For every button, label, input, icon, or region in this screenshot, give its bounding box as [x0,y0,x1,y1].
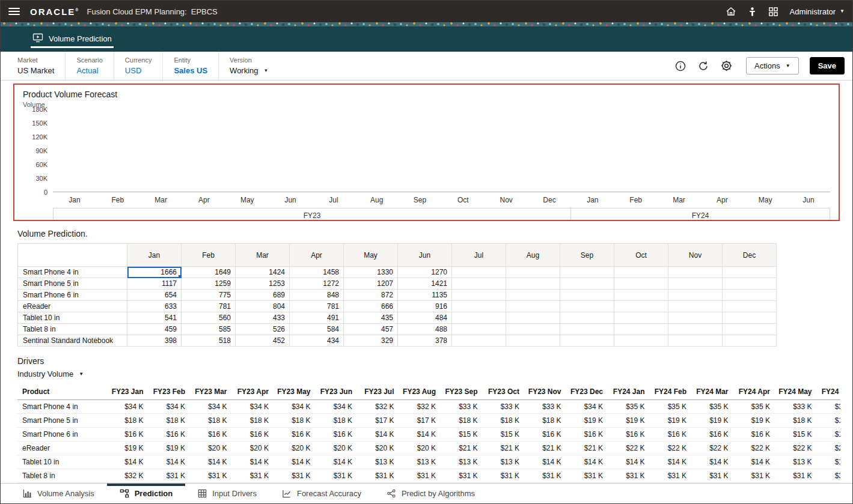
drv-cell[interactable]: $31 K [484,469,526,482]
drv-cell[interactable]: $19 K [108,441,150,455]
drv-cell[interactable]: $18 K [275,413,317,427]
drv-cell[interactable]: $31 K [609,469,651,482]
vp-cell[interactable]: 804 [236,301,290,312]
drv-cell[interactable]: $31 K [776,469,818,482]
pov-member-value[interactable]: USD [125,66,152,75]
bottom-tab-predict-by-algorithms[interactable]: Predict by Algorithms [374,484,488,503]
drv-cell[interactable]: $31 K [525,469,567,482]
drv-column-header-product[interactable]: Product [17,384,108,399]
vp-cell[interactable] [723,301,777,312]
actions-button[interactable]: Actions ▼ [746,57,799,74]
vp-cell[interactable]: 378 [398,335,452,347]
drv-cell[interactable]: $31 K [818,469,841,482]
drv-cell[interactable]: $19 K [692,413,735,427]
drv-cell[interactable]: $21 K [484,441,526,455]
drv-row-header-tablet-8-in[interactable]: Tablet 8 in [17,469,108,482]
drv-cell[interactable]: $33 K [525,399,567,413]
vp-cell[interactable] [723,335,777,347]
drv-cell[interactable]: $34 K [108,399,150,413]
drv-cell[interactable]: $19 K [609,413,651,427]
vp-cell[interactable]: 1424 [236,267,290,278]
drv-cell[interactable]: $14 K [108,455,150,469]
vp-cell[interactable]: 584 [290,324,344,335]
drv-column-header-fy23-jul[interactable]: FY23 Jul [358,384,400,399]
drv-cell[interactable]: $16 K [275,427,317,441]
accessibility-person-icon[interactable] [748,7,757,17]
vp-cell[interactable]: 459 [127,324,182,335]
pov-member-value[interactable]: US Market [17,66,54,75]
bottom-tab-forecast-accuracy[interactable]: Forecast Accuracy [269,484,374,503]
vp-cell[interactable] [614,278,668,290]
drv-cell[interactable]: $18 K [776,413,818,427]
vp-cell[interactable] [614,267,668,278]
vp-cell[interactable] [452,312,506,324]
drv-cell[interactable]: $19 K [150,441,192,455]
vp-row-header-tablet-10-in[interactable]: Tablet 10 in [18,312,127,324]
vp-cell[interactable] [614,290,668,301]
drv-cell[interactable]: $19 K [651,413,693,427]
drv-column-header-fy23-apr[interactable]: FY23 Apr [233,384,275,399]
drv-cell[interactable]: $32 K [400,399,442,413]
drv-cell[interactable]: $20 K [400,441,442,455]
drv-cell[interactable]: $34 K [567,399,610,413]
drv-column-header-fy23-nov[interactable]: FY23 Nov [525,384,567,399]
vp-cell[interactable] [560,324,614,335]
vp-cell[interactable] [614,324,668,335]
vp-row-header-smart-phone-5-in[interactable]: Smart Phone 5 in [18,278,127,290]
drv-cell[interactable]: $21 K [525,441,567,455]
drv-cell[interactable]: $15 K [818,427,841,441]
vp-row-header-smart-phone-4-in[interactable]: Smart Phone 4 in [18,267,127,278]
vp-column-header-apr[interactable]: Apr [290,244,344,267]
user-menu[interactable]: Administrator ▼ [790,7,845,16]
drv-cell[interactable]: $33 K [484,399,526,413]
vp-cell[interactable]: 775 [182,290,236,301]
drv-cell[interactable]: $14 K [275,455,317,469]
drv-cell[interactable]: $14 K [692,455,735,469]
drv-cell[interactable]: $20 K [275,441,317,455]
vp-cell[interactable] [614,335,668,347]
vp-cell[interactable] [560,335,614,347]
vp-cell[interactable] [668,290,723,301]
drv-column-header-fy23-may[interactable]: FY23 May [275,384,317,399]
drv-cell[interactable]: $35 K [651,399,693,413]
vp-cell[interactable]: 872 [344,290,398,301]
drv-column-header-fy24-feb[interactable]: FY24 Feb [651,384,693,399]
vp-cell[interactable]: 1649 [182,267,236,278]
drv-cell[interactable]: $31 K [150,469,192,482]
drv-cell[interactable]: $14 K [191,455,233,469]
vp-cell[interactable] [506,290,560,301]
drv-cell[interactable]: $31 K [567,469,610,482]
pov-member-value[interactable]: Sales US [174,66,207,75]
vp-cell[interactable] [723,312,777,324]
drv-cell[interactable]: $22 K [609,441,651,455]
drv-cell[interactable]: $33 K [442,399,484,413]
vp-cell[interactable]: 1117 [127,278,182,290]
vp-cell[interactable] [723,290,777,301]
drv-cell[interactable]: $13 K [818,455,841,469]
drv-cell[interactable]: $17 K [358,413,400,427]
vp-cell[interactable] [614,301,668,312]
vp-cell[interactable] [560,290,614,301]
vp-cell[interactable] [668,324,723,335]
drv-cell[interactable]: $31 K [442,469,484,482]
drv-column-header-fy24-jun[interactable]: FY24 Jun [818,384,841,399]
vp-cell[interactable] [668,267,723,278]
pov-dimension-scenario[interactable]: ScenarioActual [65,52,113,80]
drv-cell[interactable]: $13 K [442,455,484,469]
drv-cell[interactable]: $31 K [735,469,777,482]
drv-column-header-fy24-mar[interactable]: FY24 Mar [692,384,735,399]
vp-cell[interactable]: 1272 [290,278,344,290]
drv-cell[interactable]: $14 K [567,455,610,469]
drv-cell[interactable]: $16 K [317,427,359,441]
drv-cell[interactable]: $31 K [233,469,275,482]
vp-cell[interactable]: 666 [344,301,398,312]
pov-dimension-currency[interactable]: CurrencyUSD [114,52,163,80]
menu-icon[interactable] [8,8,20,15]
drv-cell[interactable]: $16 K [735,427,777,441]
drv-cell[interactable]: $18 K [818,413,841,427]
drv-cell[interactable]: $31 K [275,469,317,482]
vp-cell[interactable]: 518 [182,335,236,347]
vp-cell[interactable] [668,312,723,324]
vp-column-header-aug[interactable]: Aug [506,244,560,267]
tab-volume-prediction[interactable]: Volume Prediction [31,31,114,48]
